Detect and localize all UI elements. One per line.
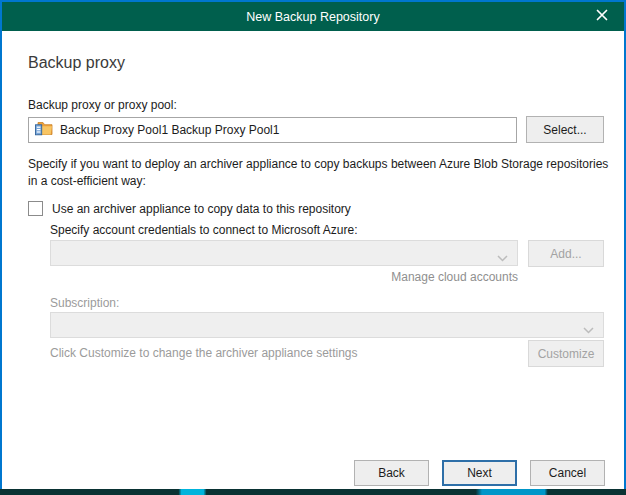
- chevron-down-icon: [583, 323, 594, 337]
- manage-cloud-accounts-link[interactable]: Manage cloud accounts: [50, 270, 518, 284]
- background-window-edge: [0, 489, 626, 495]
- select-button[interactable]: Select...: [526, 116, 604, 143]
- customize-button[interactable]: Customize: [528, 340, 604, 367]
- close-button[interactable]: [586, 2, 618, 31]
- proxy-pool-icon: [35, 121, 53, 139]
- add-button[interactable]: Add...: [528, 240, 604, 267]
- subscription-dropdown[interactable]: [50, 312, 604, 338]
- close-icon: [596, 9, 608, 24]
- back-button[interactable]: Back: [354, 460, 429, 486]
- credentials-label: Specify account credentials to connect t…: [50, 223, 358, 237]
- chevron-down-icon: [497, 251, 508, 265]
- proxy-pool-value: Backup Proxy Pool1 Backup Proxy Pool1: [60, 123, 279, 137]
- cancel-button[interactable]: Cancel: [530, 460, 605, 486]
- window-title: New Backup Repository: [246, 10, 379, 24]
- screenshot-root: New Backup Repository Backup proxy Backu…: [0, 0, 626, 495]
- credentials-dropdown[interactable]: [50, 240, 518, 266]
- proxy-pool-label: Backup proxy or proxy pool:: [28, 98, 177, 112]
- archiver-description: Specify if you want to deploy an archive…: [28, 156, 610, 189]
- titlebar: New Backup Repository: [2, 2, 624, 31]
- next-button[interactable]: Next: [442, 460, 517, 486]
- archiver-checkbox-label[interactable]: Use an archiver appliance to copy data t…: [52, 202, 351, 216]
- customize-hint: Click Customize to change the archiver a…: [50, 346, 358, 360]
- page-title: Backup proxy: [28, 54, 125, 72]
- proxy-pool-field[interactable]: Backup Proxy Pool1 Backup Proxy Pool1: [28, 117, 517, 143]
- subscription-label: Subscription:: [50, 296, 119, 310]
- new-backup-repository-dialog: New Backup Repository Backup proxy Backu…: [0, 0, 626, 491]
- archiver-checkbox[interactable]: [28, 201, 43, 216]
